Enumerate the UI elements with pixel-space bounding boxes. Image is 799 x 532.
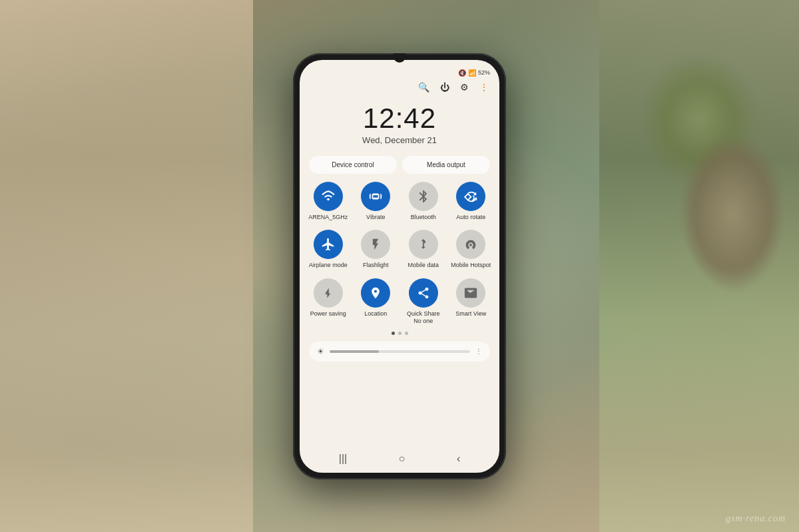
recent-apps-icon[interactable]: ||| bbox=[339, 453, 347, 465]
autorotate-toggle[interactable]: Auto rotate bbox=[451, 182, 492, 221]
pagination-dots bbox=[300, 328, 499, 339]
powersaving-icon bbox=[314, 278, 343, 308]
wifi-status-icon: 📶 bbox=[468, 69, 476, 77]
wifi-toggle[interactable]: ARENA_5GHz bbox=[308, 182, 349, 221]
status-bar: 🔇 📶 52% bbox=[300, 60, 499, 79]
phone-screen: 🔇 📶 52% 🔍 ⏻ ⚙ ⋮ 12:42 Wed, December 21 bbox=[300, 60, 499, 473]
more-icon[interactable]: ⋮ bbox=[479, 82, 489, 93]
search-icon[interactable]: 🔍 bbox=[418, 82, 429, 93]
hotspot-icon bbox=[456, 230, 485, 259]
battery-indicator: 52% bbox=[478, 69, 490, 76]
home-icon[interactable]: ○ bbox=[399, 453, 405, 465]
nav-bar: ||| ○ ‹ bbox=[300, 447, 499, 473]
smartview-icon bbox=[456, 278, 485, 308]
quickshare-toggle[interactable]: Quick Share No one bbox=[403, 278, 444, 325]
brightness-track[interactable] bbox=[330, 350, 470, 353]
toggles-row-2: Airplane mode Flashlight ↕ bbox=[300, 227, 499, 272]
settings-icon[interactable]: ⚙ bbox=[460, 82, 469, 93]
toggles-row-3: Power saving Location bbox=[300, 276, 499, 328]
device-control-tab[interactable]: Device control bbox=[309, 156, 397, 174]
brightness-icon: ☀ bbox=[317, 347, 324, 356]
powersaving-label: Power saving bbox=[310, 310, 346, 318]
back-icon[interactable]: ‹ bbox=[457, 453, 460, 465]
media-output-tab[interactable]: Media output bbox=[402, 156, 490, 174]
autorotate-icon bbox=[456, 182, 485, 211]
smartview-toggle[interactable]: Smart View bbox=[451, 278, 492, 325]
wifi-label: ARENA_5GHz bbox=[308, 214, 348, 221]
spacer bbox=[300, 364, 499, 447]
quickshare-label: Quick Share No one bbox=[403, 310, 444, 325]
brightness-bar[interactable]: ☀ ⋮ bbox=[309, 342, 490, 362]
power-icon[interactable]: ⏻ bbox=[440, 82, 449, 93]
dot-1 bbox=[392, 332, 395, 335]
control-tabs: Device control Media output bbox=[309, 156, 490, 174]
flashlight-toggle[interactable]: Flashlight bbox=[356, 230, 397, 269]
dot-2 bbox=[398, 332, 401, 335]
vibrate-label: Vibrate bbox=[366, 214, 385, 221]
hotspot-toggle[interactable]: Mobile Hotspot bbox=[451, 230, 492, 269]
autorotate-label: Auto rotate bbox=[456, 214, 485, 221]
hotspot-label: Mobile Hotspot bbox=[451, 262, 491, 269]
location-toggle[interactable]: Location bbox=[356, 278, 397, 325]
qs-header: 🔍 ⏻ ⚙ ⋮ bbox=[300, 79, 499, 98]
watermark: gsm·rena.com bbox=[726, 513, 786, 524]
svg-text:↕: ↕ bbox=[421, 242, 425, 248]
dot-3 bbox=[405, 332, 408, 335]
airplane-label: Airplane mode bbox=[309, 262, 348, 269]
vibrate-toggle[interactable]: Vibrate bbox=[356, 182, 397, 221]
time-section: 12:42 Wed, December 21 bbox=[300, 98, 499, 148]
brightness-menu-icon[interactable]: ⋮ bbox=[475, 348, 482, 355]
mobiledata-icon: ↕ bbox=[409, 230, 438, 259]
date-display: Wed, December 21 bbox=[300, 135, 499, 145]
bluetooth-toggle[interactable]: Bluetooth bbox=[403, 182, 444, 221]
mobiledata-toggle[interactable]: ↕ Mobile data bbox=[403, 230, 444, 269]
flashlight-label: Flashlight bbox=[363, 262, 389, 269]
clock-display: 12:42 bbox=[300, 105, 499, 133]
toggles-row-1: ARENA_5GHz Vibrate bbox=[300, 179, 499, 224]
brightness-fill bbox=[330, 350, 379, 353]
vibrate-icon bbox=[361, 182, 390, 211]
phone-device: 🔇 📶 52% 🔍 ⏻ ⚙ ⋮ 12:42 Wed, December 21 bbox=[293, 53, 506, 479]
flashlight-icon bbox=[361, 230, 390, 259]
status-icons: 🔇 📶 52% bbox=[458, 69, 490, 77]
mobiledata-label: Mobile data bbox=[407, 262, 439, 269]
bluetooth-icon bbox=[409, 182, 438, 211]
airplane-toggle[interactable]: Airplane mode bbox=[308, 230, 349, 269]
airplane-icon bbox=[314, 230, 343, 259]
phone-wrapper: 🔇 📶 52% 🔍 ⏻ ⚙ ⋮ 12:42 Wed, December 21 bbox=[293, 53, 506, 479]
wifi-icon bbox=[314, 182, 343, 211]
powersaving-toggle[interactable]: Power saving bbox=[308, 278, 349, 325]
quickshare-icon bbox=[409, 278, 438, 308]
location-label: Location bbox=[364, 310, 387, 318]
smartview-label: Smart View bbox=[455, 310, 486, 318]
sound-icon: 🔇 bbox=[458, 69, 466, 77]
location-icon bbox=[361, 278, 390, 308]
bluetooth-label: Bluetooth bbox=[411, 214, 436, 221]
